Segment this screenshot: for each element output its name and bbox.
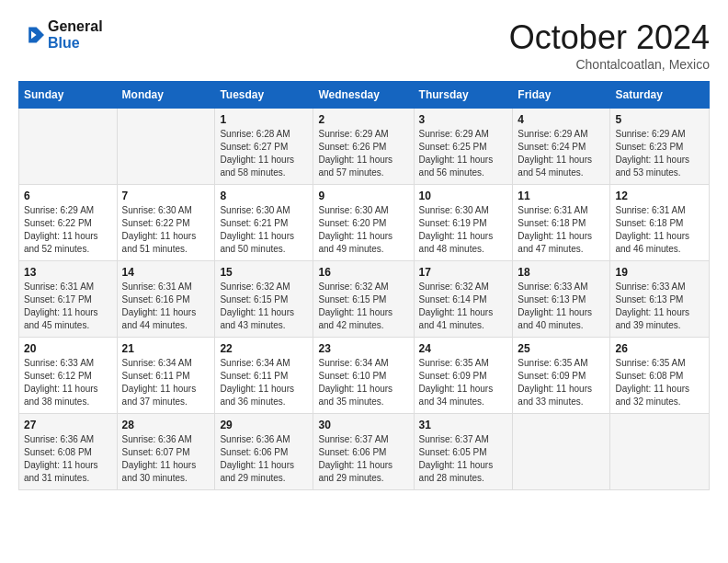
day-number: 13: [24, 266, 112, 279]
calendar-week-row: 27Sunrise: 6:36 AM Sunset: 6:08 PM Dayli…: [19, 414, 710, 490]
day-number: 26: [615, 342, 704, 355]
calendar-day-5: 5Sunrise: 6:29 AM Sunset: 6:23 PM Daylig…: [610, 109, 710, 185]
day-number: 24: [419, 342, 508, 355]
day-info: Sunrise: 6:30 AM Sunset: 6:22 PM Dayligh…: [122, 204, 210, 256]
weekday-header-row: SundayMondayTuesdayWednesdayThursdayFrid…: [19, 82, 710, 109]
weekday-header-friday: Friday: [513, 82, 610, 109]
calendar-empty-cell: [19, 109, 118, 185]
day-info: Sunrise: 6:33 AM Sunset: 6:13 PM Dayligh…: [518, 281, 605, 332]
day-number: 1: [220, 113, 308, 126]
day-info: Sunrise: 6:29 AM Sunset: 6:24 PM Dayligh…: [518, 128, 605, 179]
day-info: Sunrise: 6:35 AM Sunset: 6:09 PM Dayligh…: [419, 357, 508, 408]
month-title: October 2024: [509, 18, 710, 57]
calendar-day-24: 24Sunrise: 6:35 AM Sunset: 6:09 PM Dayli…: [414, 338, 513, 414]
day-info: Sunrise: 6:35 AM Sunset: 6:08 PM Dayligh…: [615, 357, 704, 408]
day-number: 12: [615, 190, 704, 202]
weekday-header-saturday: Saturday: [610, 82, 710, 109]
day-number: 15: [220, 266, 308, 279]
location: Chontalcoatlan, Mexico: [509, 57, 710, 72]
calendar-day-4: 4Sunrise: 6:29 AM Sunset: 6:24 PM Daylig…: [513, 109, 610, 185]
day-number: 27: [24, 419, 112, 431]
logo-text: General Blue: [48, 18, 103, 51]
calendar-day-3: 3Sunrise: 6:29 AM Sunset: 6:25 PM Daylig…: [414, 109, 513, 185]
title-block: October 2024 Chontalcoatlan, Mexico: [509, 18, 710, 72]
calendar-week-row: 6Sunrise: 6:29 AM Sunset: 6:22 PM Daylig…: [19, 185, 710, 261]
day-info: Sunrise: 6:31 AM Sunset: 6:18 PM Dayligh…: [615, 204, 704, 256]
calendar-day-25: 25Sunrise: 6:35 AM Sunset: 6:09 PM Dayli…: [513, 338, 610, 414]
calendar-day-15: 15Sunrise: 6:32 AM Sunset: 6:15 PM Dayli…: [215, 261, 313, 338]
day-number: 8: [220, 190, 308, 202]
day-info: Sunrise: 6:30 AM Sunset: 6:19 PM Dayligh…: [419, 204, 508, 256]
calendar-day-8: 8Sunrise: 6:30 AM Sunset: 6:21 PM Daylig…: [215, 185, 313, 261]
logo: General Blue: [18, 18, 103, 51]
day-number: 17: [419, 266, 508, 279]
day-number: 25: [518, 342, 605, 355]
day-number: 7: [122, 190, 210, 202]
day-info: Sunrise: 6:34 AM Sunset: 6:11 PM Dayligh…: [122, 357, 210, 408]
calendar-day-27: 27Sunrise: 6:36 AM Sunset: 6:08 PM Dayli…: [19, 414, 118, 490]
calendar-week-row: 1Sunrise: 6:28 AM Sunset: 6:27 PM Daylig…: [19, 109, 710, 185]
calendar-day-9: 9Sunrise: 6:30 AM Sunset: 6:20 PM Daylig…: [313, 185, 414, 261]
weekday-header-thursday: Thursday: [414, 82, 513, 109]
calendar-day-31: 31Sunrise: 6:37 AM Sunset: 6:05 PM Dayli…: [414, 414, 513, 490]
day-info: Sunrise: 6:29 AM Sunset: 6:25 PM Dayligh…: [419, 128, 508, 179]
day-number: 23: [318, 342, 408, 355]
day-info: Sunrise: 6:37 AM Sunset: 6:06 PM Dayligh…: [318, 433, 408, 485]
day-info: Sunrise: 6:31 AM Sunset: 6:16 PM Dayligh…: [122, 281, 210, 332]
calendar-day-17: 17Sunrise: 6:32 AM Sunset: 6:14 PM Dayli…: [414, 261, 513, 338]
day-number: 28: [122, 419, 210, 431]
day-info: Sunrise: 6:33 AM Sunset: 6:13 PM Dayligh…: [615, 281, 704, 332]
calendar-day-7: 7Sunrise: 6:30 AM Sunset: 6:22 PM Daylig…: [117, 185, 215, 261]
calendar-empty-cell: [610, 414, 710, 490]
day-info: Sunrise: 6:36 AM Sunset: 6:07 PM Dayligh…: [122, 433, 210, 485]
day-info: Sunrise: 6:32 AM Sunset: 6:15 PM Dayligh…: [220, 281, 308, 332]
calendar-table: SundayMondayTuesdayWednesdayThursdayFrid…: [18, 81, 710, 490]
logo-icon: [18, 22, 44, 48]
day-number: 31: [419, 419, 508, 431]
calendar-day-23: 23Sunrise: 6:34 AM Sunset: 6:10 PM Dayli…: [313, 338, 414, 414]
calendar-empty-cell: [117, 109, 215, 185]
day-info: Sunrise: 6:34 AM Sunset: 6:11 PM Dayligh…: [220, 357, 308, 408]
calendar-day-11: 11Sunrise: 6:31 AM Sunset: 6:18 PM Dayli…: [513, 185, 610, 261]
day-info: Sunrise: 6:32 AM Sunset: 6:15 PM Dayligh…: [318, 281, 408, 332]
day-info: Sunrise: 6:37 AM Sunset: 6:05 PM Dayligh…: [419, 433, 508, 485]
calendar-day-13: 13Sunrise: 6:31 AM Sunset: 6:17 PM Dayli…: [19, 261, 118, 338]
day-info: Sunrise: 6:31 AM Sunset: 6:18 PM Dayligh…: [518, 204, 605, 256]
day-info: Sunrise: 6:30 AM Sunset: 6:21 PM Dayligh…: [220, 204, 308, 256]
calendar-day-28: 28Sunrise: 6:36 AM Sunset: 6:07 PM Dayli…: [117, 414, 215, 490]
day-info: Sunrise: 6:29 AM Sunset: 6:26 PM Dayligh…: [318, 128, 408, 179]
day-number: 9: [318, 190, 408, 202]
calendar-empty-cell: [513, 414, 610, 490]
weekday-header-sunday: Sunday: [19, 82, 118, 109]
page-header: General Blue October 2024 Chontalcoatlan…: [18, 18, 710, 72]
day-number: 29: [220, 419, 308, 431]
day-info: Sunrise: 6:36 AM Sunset: 6:06 PM Dayligh…: [220, 433, 308, 485]
day-number: 30: [318, 419, 408, 431]
calendar-day-14: 14Sunrise: 6:31 AM Sunset: 6:16 PM Dayli…: [117, 261, 215, 338]
day-number: 4: [518, 113, 605, 126]
calendar-day-16: 16Sunrise: 6:32 AM Sunset: 6:15 PM Dayli…: [313, 261, 414, 338]
day-info: Sunrise: 6:29 AM Sunset: 6:23 PM Dayligh…: [615, 128, 704, 179]
day-number: 21: [122, 342, 210, 355]
day-number: 2: [318, 113, 408, 126]
calendar-day-1: 1Sunrise: 6:28 AM Sunset: 6:27 PM Daylig…: [215, 109, 313, 185]
day-number: 22: [220, 342, 308, 355]
weekday-header-tuesday: Tuesday: [215, 82, 313, 109]
day-info: Sunrise: 6:29 AM Sunset: 6:22 PM Dayligh…: [24, 204, 112, 256]
day-number: 18: [518, 266, 605, 279]
day-number: 20: [24, 342, 112, 355]
day-number: 3: [419, 113, 508, 126]
day-number: 11: [518, 190, 605, 202]
calendar-day-6: 6Sunrise: 6:29 AM Sunset: 6:22 PM Daylig…: [19, 185, 118, 261]
day-info: Sunrise: 6:30 AM Sunset: 6:20 PM Dayligh…: [318, 204, 408, 256]
day-info: Sunrise: 6:34 AM Sunset: 6:10 PM Dayligh…: [318, 357, 408, 408]
day-number: 16: [318, 266, 408, 279]
day-number: 14: [122, 266, 210, 279]
calendar-day-10: 10Sunrise: 6:30 AM Sunset: 6:19 PM Dayli…: [414, 185, 513, 261]
calendar-day-19: 19Sunrise: 6:33 AM Sunset: 6:13 PM Dayli…: [610, 261, 710, 338]
calendar-day-21: 21Sunrise: 6:34 AM Sunset: 6:11 PM Dayli…: [117, 338, 215, 414]
calendar-day-2: 2Sunrise: 6:29 AM Sunset: 6:26 PM Daylig…: [313, 109, 414, 185]
calendar-day-18: 18Sunrise: 6:33 AM Sunset: 6:13 PM Dayli…: [513, 261, 610, 338]
weekday-header-wednesday: Wednesday: [313, 82, 414, 109]
day-info: Sunrise: 6:33 AM Sunset: 6:12 PM Dayligh…: [24, 357, 112, 408]
